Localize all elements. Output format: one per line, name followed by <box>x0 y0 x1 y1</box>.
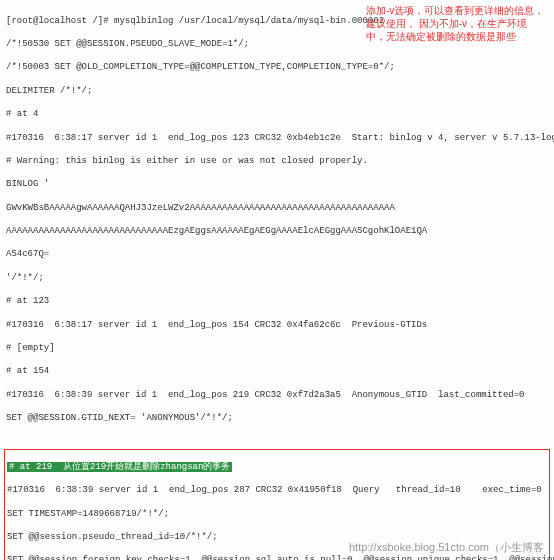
out-line: # [empty] <box>6 343 548 355</box>
out-line: SET TIMESTAMP=1489668719/*!*/; <box>7 509 547 521</box>
watermark-text: http://xsboke.blog.51cto.com（小生博客 <box>349 540 544 554</box>
out-line: #170316 6:38:39 server id 1 end_log_pos … <box>7 485 547 497</box>
pos-219-highlight: # at 219 从位置219开始就是删除zhangsan的事务 <box>7 462 232 472</box>
annotation-top: 添加-v选项，可以查看到更详细的信息，建议使用， 因为不加-v，在生产环境中，无… <box>366 4 546 43</box>
out-line: /*!50003 SET @OLD_COMPLETION_TYPE=@@COMP… <box>6 62 548 74</box>
out-line: #170316 6:38:17 server id 1 end_log_pos … <box>6 320 548 332</box>
out-line: #170316 6:38:39 server id 1 end_log_pos … <box>6 390 548 402</box>
out-line: SET @@SESSION.GTID_NEXT= 'ANONYMOUS'/*!*… <box>6 413 548 425</box>
terminal-output: [root@localhost /]# mysqlbinlog /usr/loc… <box>0 0 554 560</box>
out-line: # Warning: this binlog is either in use … <box>6 156 548 168</box>
out-line: AAAAAAAAAAAAAAAAAAAAAAAAAAAAAAEzgAEggsAA… <box>6 226 548 238</box>
out-line: A54c67Q= <box>6 249 548 261</box>
out-line: DELIMITER /*!*/; <box>6 86 548 98</box>
out-line: BINLOG ' <box>6 179 548 191</box>
out-line: SET @@session.foreign_key_checks=1, @@se… <box>7 555 547 560</box>
out-line: '/*!*/; <box>6 273 548 285</box>
out-line: #170316 6:38:17 server id 1 end_log_pos … <box>6 133 548 145</box>
out-line: # at 123 <box>6 296 548 308</box>
out-line: # at 4 <box>6 109 548 121</box>
out-line: # at 154 <box>6 366 548 378</box>
out-line: GWvKWBsBAAAAAgwAAAAAAQAHJ3JzeLWZv2AAAAAA… <box>6 203 548 215</box>
